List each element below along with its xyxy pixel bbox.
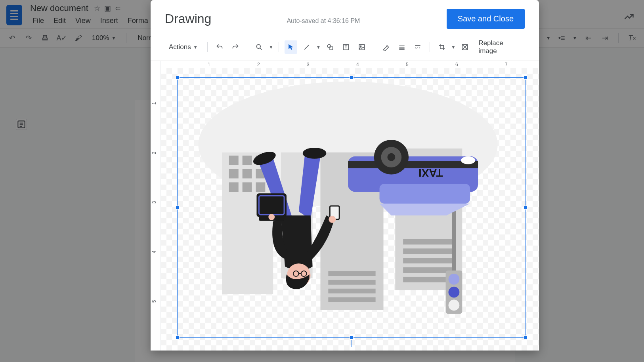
ruler-tick: 3 (307, 62, 310, 67)
docs-logo-icon[interactable] (6, 5, 22, 25)
chevron-down-icon[interactable]: ▼ (451, 45, 456, 50)
menu-edit[interactable]: Edit (50, 15, 70, 27)
redo-icon[interactable]: ↷ (23, 32, 34, 44)
svg-point-46 (449, 274, 460, 285)
svg-point-7 (327, 44, 331, 48)
svg-point-4 (257, 44, 261, 48)
paint-format-icon[interactable]: 🖌 (73, 32, 84, 44)
textbox-tool-icon[interactable] (340, 40, 352, 54)
rotate-handle[interactable] (352, 340, 352, 347)
line-tool-icon[interactable] (300, 40, 313, 54)
document-title[interactable]: New document (29, 2, 90, 14)
actions-label: Actions (169, 43, 191, 51)
svg-rect-31 (328, 280, 375, 285)
zoom-icon[interactable] (253, 40, 266, 54)
move-folder-icon[interactable]: ▣ (104, 4, 111, 13)
print-icon[interactable]: 🖶 (40, 32, 51, 44)
menu-file[interactable]: File (29, 15, 48, 27)
redo-icon[interactable] (229, 40, 242, 54)
svg-rect-27 (403, 248, 454, 254)
ruler-tick: 5 (406, 62, 409, 67)
svg-point-58 (329, 216, 336, 223)
resize-handle-nw[interactable] (176, 76, 180, 80)
svg-rect-37 (243, 169, 252, 179)
svg-point-53 (461, 156, 475, 164)
svg-rect-29 (328, 297, 375, 302)
svg-point-45 (449, 287, 460, 298)
star-icon[interactable]: ☆ (94, 4, 100, 13)
menu-format[interactable]: Forma (124, 15, 152, 27)
svg-rect-33 (256, 182, 265, 192)
outline-toggle-icon[interactable] (16, 119, 27, 130)
ruler-tick: 6 (455, 62, 458, 67)
svg-text:TAXI: TAXI (419, 167, 443, 179)
ruler-tick: 3 (151, 201, 157, 204)
svg-point-44 (449, 300, 460, 311)
resize-handle-w[interactable] (176, 206, 180, 210)
svg-rect-41 (229, 156, 239, 165)
bulleted-list-icon[interactable]: •≡ (556, 32, 567, 44)
resize-handle-s[interactable] (350, 335, 354, 339)
svg-point-11 (360, 46, 361, 47)
image-tool-icon[interactable] (355, 40, 368, 54)
svg-rect-28 (403, 239, 454, 245)
resize-handle-se[interactable] (524, 335, 527, 339)
svg-rect-40 (243, 156, 252, 165)
resize-handle-sw[interactable] (176, 335, 180, 339)
svg-rect-49 (348, 161, 478, 168)
zoom-value: 100% (92, 34, 109, 42)
svg-rect-10 (359, 44, 364, 50)
undo-icon[interactable] (213, 40, 226, 54)
svg-point-62 (268, 214, 275, 220)
resize-handle-ne[interactable] (524, 76, 527, 80)
autosave-status: Auto-saved at 4:36:16 PM (287, 17, 360, 25)
increase-indent-icon[interactable]: ⇥ (599, 32, 610, 44)
spellcheck-icon[interactable]: A✓ (56, 32, 67, 44)
decrease-indent-icon[interactable]: ⇤ (583, 32, 594, 44)
vertical-ruler: 1 2 3 4 5 (151, 61, 161, 351)
crop-tool-icon[interactable] (436, 40, 448, 54)
mask-image-icon[interactable] (459, 40, 471, 54)
ruler-tick: 2 (257, 62, 260, 67)
svg-rect-48 (380, 184, 470, 204)
chevron-down-icon: ▼ (193, 45, 198, 50)
drawing-dialog: Drawing Auto-saved at 4:36:16 PM Save an… (151, 0, 539, 351)
ruler-tick: 4 (151, 251, 157, 253)
chevron-down-icon[interactable]: ▼ (269, 45, 273, 50)
svg-rect-35 (229, 182, 239, 192)
selected-image[interactable]: TAXI (177, 77, 526, 338)
chevron-down-icon[interactable]: ▼ (573, 36, 577, 40)
border-color-icon[interactable] (380, 40, 392, 54)
replace-image-button[interactable]: Replace image (474, 37, 525, 57)
resize-handle-n[interactable] (350, 76, 354, 80)
save-and-close-button[interactable]: Save and Close (447, 9, 525, 29)
svg-rect-34 (243, 182, 252, 192)
border-weight-icon[interactable] (396, 40, 408, 54)
dialog-title: Drawing (165, 11, 211, 26)
chevron-down-icon[interactable]: ▼ (316, 45, 321, 50)
svg-rect-38 (229, 169, 239, 179)
svg-line-5 (260, 48, 262, 50)
select-tool-icon[interactable] (285, 40, 297, 54)
shape-tool-icon[interactable] (324, 40, 336, 54)
resize-handle-e[interactable] (524, 206, 527, 210)
cloud-status-icon: ⊂ (115, 4, 121, 13)
chevron-down-icon: ▼ (111, 36, 116, 40)
svg-line-6 (304, 45, 309, 50)
border-dash-icon[interactable] (411, 40, 424, 54)
undo-icon[interactable]: ↶ (6, 32, 17, 44)
ruler-tick: 7 (505, 62, 508, 67)
horizontal-ruler: 1 2 3 4 5 6 7 (161, 61, 539, 68)
menu-view[interactable]: View (71, 15, 95, 27)
chevron-down-icon[interactable]: ▼ (546, 36, 550, 40)
actions-menu-button[interactable]: Actions ▼ (165, 41, 202, 53)
ruler-tick: 5 (151, 300, 157, 303)
svg-rect-30 (328, 289, 375, 293)
drawing-canvas[interactable]: TAXI (161, 68, 539, 351)
clear-formatting-icon[interactable]: T× (627, 32, 638, 44)
svg-point-52 (387, 153, 395, 161)
svg-rect-26 (403, 258, 454, 263)
menu-insert[interactable]: Insert (96, 15, 122, 27)
activity-icon[interactable] (623, 11, 634, 25)
zoom-select[interactable]: 100% ▼ (90, 34, 118, 42)
